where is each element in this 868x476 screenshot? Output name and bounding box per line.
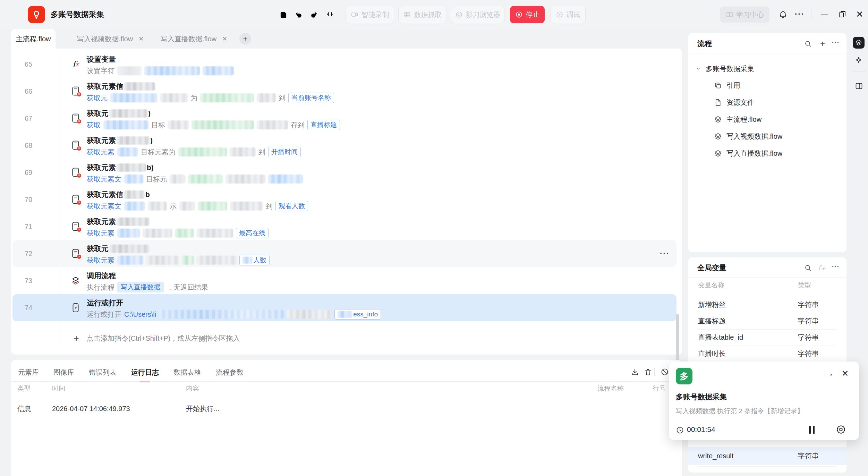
flow-step-67[interactable]: 67 ✕ 获取元) 获取 目标 存到 直播标题 [12,105,676,132]
step-number: 71 [17,213,40,240]
step-text: 到 [279,93,286,103]
bell-icon[interactable] [778,10,788,19]
tab-close-icon[interactable]: ✕ [138,35,144,43]
step-link[interactable]: 获取元 [87,93,108,103]
variable-tag[interactable]: ess_info [334,309,381,320]
tab-error-list[interactable]: 错误列表 [89,368,117,377]
tree-item-video-flow[interactable]: 写入视频数据.flow [688,129,846,144]
runner-title: 多账号数据采集 [676,392,727,402]
tab-live-flow[interactable]: 写入直播数据.flow ✕ [161,29,227,49]
stop-button[interactable]: 停止 [510,6,545,23]
flow-step-73[interactable]: 73 调用流程 执行流程 写入直播数据 ，无返回结果 [12,267,676,294]
step-link[interactable]: 获取 [87,120,101,130]
data-capture-button[interactable]: 数据抓取 [398,6,447,23]
redacted-block [175,229,194,238]
variable-tag[interactable]: 观看人数 [275,201,308,211]
tab-close-icon[interactable]: ✕ [222,35,227,43]
strip-flow-panel-button[interactable] [853,37,865,49]
learn-center-button[interactable]: 学习中心 [720,7,769,23]
tree-root[interactable]: 多账号数据采集 [688,61,846,76]
flow-step-74[interactable]: 74 运行或打开 运行或打开 C:\Users\li ess_info [12,294,676,321]
step-number: 74 [17,294,40,321]
tree-item-resources[interactable]: 资源文件 [688,95,846,110]
ban-icon[interactable] [661,368,669,376]
flow-step-68[interactable]: 68 ✕ 获取元素) 获取元素 目标元素为 到 开播时间 [12,132,676,159]
tree-item-references[interactable]: 引用 [688,78,846,93]
log-time: 2026-04-07 14:06:49.973 [52,403,130,414]
tab-run-log[interactable]: 运行日志 [131,368,159,377]
save-icon[interactable] [279,10,288,19]
tab-element-library[interactable]: 元素库 [18,368,39,377]
add-flow-icon[interactable]: + [819,40,826,48]
tab-image-library[interactable]: 图像库 [53,368,74,377]
smart-record-button[interactable]: 智能录制 [346,6,394,23]
tab-video-flow[interactable]: 写入视频数据.flow ✕ [77,29,144,49]
sparkle-ai-icon[interactable] [854,56,863,65]
download-log-icon[interactable] [631,368,639,376]
book-icon [726,11,733,18]
add-instruction-row[interactable]: + 点击添加指令(Ctrl+Shift+P)，或从左侧指令区拖入 [12,328,676,348]
outline-icon[interactable] [325,10,334,19]
variable-tag[interactable]: 最高在线 [236,228,269,238]
redacted-block [200,93,254,102]
clear-log-icon[interactable] [644,368,652,376]
pause-icon[interactable] [809,426,818,434]
learn-center-label: 学习中心 [736,10,764,19]
layers-icon [855,39,862,46]
variable-tag[interactable]: 当前账号名称 [288,93,334,103]
step-link[interactable]: 获取元素 [87,256,114,265]
close-icon[interactable]: ✕ [840,367,851,380]
stop-label: 停止 [526,10,540,19]
step-more-icon[interactable]: ··· [660,240,670,267]
redo-icon[interactable] [309,10,318,19]
flow-step-69[interactable]: 69 ✕ 获取元素b) 获取元素文 目标元 [12,159,676,186]
step-link[interactable]: 获取元素文 [87,175,121,184]
minimize-button[interactable] [819,10,829,19]
tag-label: 观看人数 [279,202,305,211]
step-text: 为 [190,93,197,103]
close-button[interactable]: ✕ [854,8,865,20]
tree-item-live-flow[interactable]: 写入直播数据.flow [688,146,846,161]
redacted-block [178,147,227,156]
tree-item-main-flow[interactable]: 主流程.flow [688,112,846,127]
flow-step-65[interactable]: 65 fx 设置变量 设置字符 [12,51,676,78]
redacted-block [103,120,148,129]
search-icon[interactable] [804,40,812,48]
var-type: 字符串 [798,313,819,329]
more-menu-icon[interactable]: ··· [794,9,806,20]
arrow-right-icon[interactable]: → [824,367,835,380]
step-link[interactable]: 获取元素 [87,147,114,157]
add-variable-icon[interactable]: f+ [818,264,826,272]
tab-main-flow[interactable]: 主流程.flow [11,29,56,49]
variable-tag[interactable]: 人数 [239,255,270,265]
step-link[interactable]: 获取元素 [87,229,114,238]
step-number: 69 [17,159,40,186]
var-row-highlight[interactable]: write_result 字符串 [688,447,846,465]
tab-flow-params[interactable]: 流程参数 [216,368,244,377]
flow-step-70[interactable]: 70 ✕ 获取元素信b 获取元素文 示 到 观看人数 [12,186,676,213]
flow-panel-more-icon[interactable]: ··· [831,37,840,48]
step-link[interactable]: 获取元素文 [87,202,121,211]
vars-panel-more-icon[interactable]: ··· [831,262,840,272]
redacted-block [198,202,227,211]
set-variable-icon: fx [68,51,83,78]
redacted-block [257,93,276,102]
debug-button[interactable]: 调试 [550,6,586,23]
flow-chip[interactable]: 写入直播数据 [117,282,164,292]
redacted-block [268,175,303,184]
flow-step-71[interactable]: 71 ✕ 获取元素 获取元素 最高在线 [12,213,676,240]
stop-circle-icon[interactable] [836,425,846,434]
flow-step-66[interactable]: 66 ✕ 获取元素信 获取元 为 到 当前账号名称 [12,78,676,105]
redacted-block [197,256,237,265]
panel-toggle-icon[interactable] [855,82,863,90]
search-icon[interactable] [804,264,812,272]
step-path-link[interactable]: C:\Users\li [124,311,156,318]
tab-data-table[interactable]: 数据表格 [173,368,201,377]
restore-button[interactable] [837,10,847,19]
variable-tag[interactable]: 开播时间 [268,147,301,157]
browser-button[interactable]: 影刀浏览器 [451,6,504,23]
variable-tag[interactable]: 直播标题 [307,120,340,130]
undo-icon[interactable] [294,10,303,19]
add-tab-button[interactable]: + [239,33,251,45]
flow-step-72[interactable]: 72 ✕ 获取元 获取元素 人数 ··· [12,240,676,267]
